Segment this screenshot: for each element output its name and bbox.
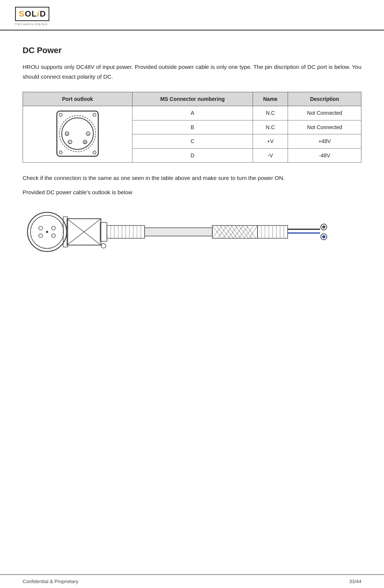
logo: S O L i D TECHNOLOGIES (15, 7, 49, 26)
svg-line-45 (231, 225, 241, 238)
svg-text:B: B (84, 140, 86, 144)
footer-left: Confidential & Proprietary (23, 579, 78, 584)
svg-line-48 (242, 225, 252, 238)
svg-point-12 (93, 113, 96, 116)
svg-line-51 (218, 225, 227, 238)
cable-diagram (23, 207, 331, 256)
page-header: S O L i D TECHNOLOGIES (0, 0, 384, 30)
svg-line-52 (223, 225, 233, 238)
svg-point-69 (322, 225, 325, 228)
cable-diagram-wrap (23, 207, 361, 256)
svg-point-19 (39, 234, 43, 238)
table-header-port-outlook: Port outlook (23, 92, 133, 106)
logo-letter-l: L (32, 9, 37, 19)
connector-c-name: +V (253, 134, 288, 149)
logo-letter-d: D (40, 9, 46, 19)
connector-b-description: Not Connected (288, 120, 361, 134)
svg-line-54 (233, 225, 243, 238)
dc-cable-outlook-text: Provided DC power cable's outlook is bel… (23, 187, 361, 197)
connector-d-name: -V (253, 148, 288, 163)
svg-line-57 (249, 225, 258, 238)
svg-line-53 (228, 225, 238, 238)
svg-point-18 (52, 226, 55, 230)
logo-box: S O L i D (15, 7, 49, 21)
svg-line-44 (227, 225, 237, 238)
connector-d-label: D (132, 148, 253, 163)
table-header-ms-connector: MS Connector numbering (132, 92, 253, 106)
connector-a-label: A (132, 106, 253, 120)
svg-text:A: A (87, 132, 89, 136)
table-header-description: Description (288, 92, 361, 106)
check-connection-text: Check if the connection is the same as o… (23, 173, 361, 183)
main-content: DC Power HROU supports only DC48V of inp… (0, 30, 384, 279)
page-footer: Confidential & Proprietary 33/44 (0, 574, 384, 588)
footer-right: 33/44 (349, 579, 361, 584)
connector-b-label: B (132, 120, 253, 134)
section-title: DC Power (23, 46, 361, 55)
logo-letter-o: O (25, 9, 31, 19)
svg-line-42 (220, 225, 230, 238)
svg-rect-38 (145, 228, 212, 236)
svg-text:C: C (69, 140, 72, 144)
svg-point-17 (39, 226, 43, 230)
svg-point-20 (52, 234, 55, 238)
connector-c-label: C (132, 134, 253, 149)
svg-point-14 (93, 151, 96, 154)
intro-paragraph: HROU supports only DC48V of input power.… (23, 62, 361, 81)
connector-a-description: Not Connected (288, 106, 361, 120)
connector-diagram: D A C B (49, 109, 106, 158)
connector-b-name: N.C (253, 120, 288, 134)
svg-line-49 (246, 225, 256, 238)
logo-subtitle: TECHNOLOGIES (15, 23, 48, 26)
connector-a-name: N.C (253, 106, 288, 120)
connector-table: Port outlook MS Connector numbering Name… (23, 92, 361, 163)
svg-point-13 (59, 151, 62, 154)
port-outlook-image-cell: D A C B (23, 106, 133, 163)
svg-line-56 (244, 225, 254, 238)
svg-point-27 (101, 244, 106, 248)
svg-point-11 (59, 113, 62, 116)
svg-text:D: D (66, 132, 69, 136)
svg-point-21 (46, 231, 48, 233)
logo-letter-i: i (37, 9, 39, 19)
connector-c-description: +48V (288, 134, 361, 149)
svg-line-43 (224, 225, 233, 238)
table-row: D A C B (23, 106, 361, 120)
svg-point-71 (322, 235, 325, 238)
table-header-name: Name (253, 92, 288, 106)
connector-d-description: -48V (288, 148, 361, 163)
logo-letter-s: S (19, 9, 24, 19)
